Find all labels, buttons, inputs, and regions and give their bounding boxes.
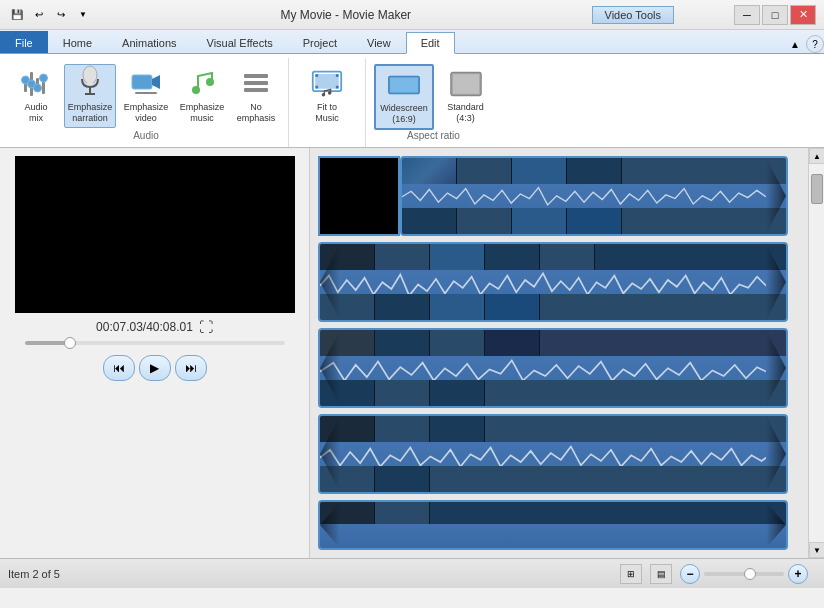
- svg-rect-24: [315, 86, 318, 89]
- svg-rect-10: [89, 87, 91, 93]
- emphasize-music-icon: [186, 68, 218, 100]
- aspect-ratio-buttons: Widescreen(16:9) Standard(4:3): [374, 60, 493, 130]
- tab-view[interactable]: View: [352, 31, 406, 53]
- timeline-button[interactable]: ▤: [650, 564, 672, 584]
- tab-file[interactable]: File: [0, 31, 48, 53]
- svg-rect-18: [244, 81, 268, 85]
- zoom-controls: − +: [680, 564, 808, 584]
- fit-to-music-icon: [311, 68, 343, 100]
- tab-visual-effects[interactable]: Visual Effects: [192, 31, 288, 53]
- timeline-track-1[interactable]: [400, 156, 788, 236]
- emphasize-video-button[interactable]: Emphasizevideo: [120, 64, 172, 128]
- scroll-thumb[interactable]: [811, 174, 823, 204]
- minimize-button[interactable]: ─: [734, 5, 760, 25]
- track-row-1: [318, 156, 788, 236]
- rewind-button[interactable]: ⏮: [103, 355, 135, 381]
- emphasize-music-label: Emphasizemusic: [180, 102, 225, 124]
- window-title: My Movie - Movie Maker: [100, 8, 592, 22]
- audio-mix-button[interactable]: Audiomix: [12, 64, 60, 128]
- play-button[interactable]: ▶: [139, 355, 171, 381]
- standard-icon: [450, 68, 482, 100]
- timeline-items: [310, 148, 808, 558]
- video-thumbnail-1: [318, 156, 400, 236]
- seek-handle[interactable]: [64, 337, 76, 349]
- tab-home[interactable]: Home: [48, 31, 107, 53]
- waveform-1: [402, 184, 766, 209]
- timeline-scrollbar[interactable]: ▲ ▼: [808, 148, 824, 558]
- audio-group: Audiomix Emphasizenarration: [4, 58, 289, 147]
- no-emphasis-icon: [240, 68, 272, 100]
- seek-bar-container: [25, 341, 285, 345]
- fullscreen-icon[interactable]: ⛶: [199, 319, 213, 335]
- emphasize-narration-icon: [74, 68, 106, 100]
- svg-rect-14: [135, 92, 157, 94]
- title-bar: 💾 ↩ ↪ ▼ My Movie - Movie Maker Video Too…: [0, 0, 824, 30]
- redo-icon[interactable]: ↪: [52, 6, 70, 24]
- video-tools-badge: Video Tools: [592, 6, 674, 24]
- save-icon[interactable]: 💾: [8, 6, 26, 24]
- svg-rect-22: [315, 74, 318, 77]
- dropdown-icon[interactable]: ▼: [74, 6, 92, 24]
- widescreen-button[interactable]: Widescreen(16:9): [374, 64, 434, 130]
- no-emphasis-button[interactable]: Noemphasis: [232, 64, 280, 128]
- status-bar: Item 2 of 5 ⊞ ▤ − +: [0, 558, 824, 588]
- zoom-out-button[interactable]: −: [680, 564, 700, 584]
- quick-access-toolbar: 💾 ↩ ↪ ▼: [8, 6, 92, 24]
- storyboard-button[interactable]: ⊞: [620, 564, 642, 584]
- emphasize-narration-button[interactable]: Emphasizenarration: [64, 64, 116, 128]
- aspect-ratio-group: Widescreen(16:9) Standard(4:3) Aspect ra…: [366, 58, 501, 147]
- time-display-bar: 00:07.03/40:08.01 ⛶: [8, 319, 301, 335]
- video-preview: [15, 156, 295, 313]
- tab-project[interactable]: Project: [288, 31, 352, 53]
- timeline-panel: ▲ ▼: [310, 148, 824, 558]
- forward-button[interactable]: ⏭: [175, 355, 207, 381]
- maximize-button[interactable]: □: [762, 5, 788, 25]
- scroll-up-arrow[interactable]: ▲: [809, 148, 824, 164]
- emphasize-video-icon: [130, 68, 162, 100]
- svg-rect-19: [244, 88, 268, 92]
- widescreen-label: Widescreen(16:9): [380, 103, 428, 125]
- time-code: 00:07.03/40:08.01: [96, 320, 193, 334]
- svg-marker-13: [152, 75, 160, 89]
- help-icon[interactable]: ?: [806, 35, 824, 53]
- ribbon-tabs: File Home Animations Visual Effects Proj…: [0, 30, 824, 54]
- audio-group-label: Audio: [133, 130, 159, 145]
- zoom-slider-thumb[interactable]: [744, 568, 756, 580]
- playback-controls: ⏮ ▶ ⏭: [103, 355, 207, 381]
- tab-edit[interactable]: Edit: [406, 32, 455, 54]
- standard-button[interactable]: Standard(4:3): [438, 64, 493, 128]
- timeline-track-4[interactable]: [318, 414, 788, 494]
- zoom-in-button[interactable]: +: [788, 564, 808, 584]
- svg-rect-17: [244, 74, 268, 78]
- svg-point-6: [34, 84, 42, 92]
- timeline-track-2[interactable]: [318, 242, 788, 322]
- svg-rect-25: [336, 86, 339, 89]
- emphasize-video-label: Emphasizevideo: [124, 102, 169, 124]
- zoom-slider[interactable]: [704, 572, 784, 576]
- timeline-track-5[interactable]: [318, 500, 788, 550]
- widescreen-icon: [388, 69, 420, 101]
- svg-point-15: [192, 86, 200, 94]
- audio-mix-icon: [20, 68, 52, 100]
- audio-buttons: Audiomix Emphasizenarration: [12, 60, 280, 130]
- svg-point-8: [83, 66, 97, 84]
- undo-icon[interactable]: ↩: [30, 6, 48, 24]
- emphasize-narration-label: Emphasizenarration: [68, 102, 113, 124]
- scroll-down-arrow[interactable]: ▼: [809, 542, 824, 558]
- no-emphasis-label: Noemphasis: [237, 102, 276, 124]
- timeline-track-3[interactable]: [318, 328, 788, 408]
- seek-bar[interactable]: [25, 341, 285, 345]
- svg-rect-12: [132, 75, 152, 89]
- close-button[interactable]: ✕: [790, 5, 816, 25]
- svg-point-16: [206, 78, 214, 86]
- window-controls: ─ □ ✕: [734, 5, 816, 25]
- fit-to-music-group: Fit toMusic: [289, 58, 366, 147]
- emphasize-music-button[interactable]: Emphasizemusic: [176, 64, 228, 128]
- svg-point-27: [328, 91, 332, 95]
- fit-to-music-button[interactable]: Fit toMusic: [297, 64, 357, 129]
- svg-rect-29: [390, 78, 418, 93]
- ribbon: Audiomix Emphasizenarration: [0, 54, 824, 148]
- tab-animations[interactable]: Animations: [107, 31, 191, 53]
- collapse-ribbon-icon[interactable]: ▲: [786, 35, 804, 53]
- svg-point-7: [40, 74, 48, 82]
